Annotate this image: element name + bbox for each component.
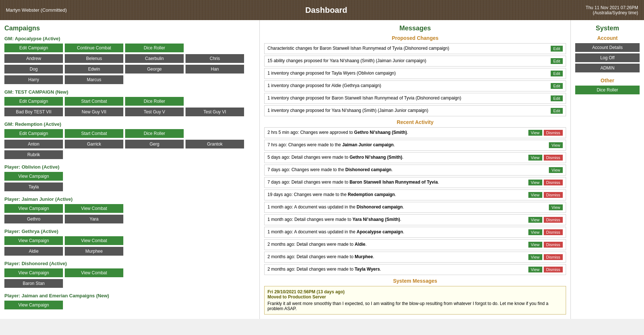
campaign-section-0: GM: Apocalypse (Active)Edit CampaignCont… bbox=[4, 36, 255, 84]
campaign-5-btn-1[interactable]: View Combat bbox=[65, 236, 123, 245]
campaign-section-6: Player: Dishonored (Active)View Campaign… bbox=[4, 261, 255, 288]
recent-activity-8-action-1[interactable]: Dismiss bbox=[544, 229, 563, 235]
character-5-1[interactable]: Murphee bbox=[65, 247, 123, 256]
campaign-section-3: Player: Oblivion (Active)View CampaignTa… bbox=[4, 164, 255, 191]
recent-activity-0: 2 hrs 5 min ago: Changes were approved t… bbox=[264, 127, 566, 138]
campaign-header-3: Player: Oblivion (Active) bbox=[4, 164, 255, 170]
character-4-1[interactable]: Yara bbox=[65, 215, 123, 223]
character-2-3[interactable]: Grantok bbox=[186, 140, 244, 148]
character-1-2[interactable]: Test Guy V bbox=[125, 108, 184, 116]
recent-activity-text-6: 1 month ago: A document was updated in t… bbox=[267, 204, 547, 210]
character-0-0[interactable]: Andrew bbox=[4, 54, 63, 63]
proposed-change-1-action-0[interactable]: Edit bbox=[551, 58, 563, 64]
campaign-6-btn-0[interactable]: View Campaign bbox=[4, 268, 63, 277]
recent-activity-5-action-1[interactable]: Dismiss bbox=[544, 192, 563, 198]
system-account-btn-1[interactable]: Log Off bbox=[575, 53, 640, 62]
campaign-section-1: GM: TEST CAMPAIGN (New)Edit CampaignStar… bbox=[4, 89, 255, 116]
recent-activity-text-5: 19 days ago: Changes were made to the Re… bbox=[267, 192, 527, 197]
character-0-6[interactable]: George bbox=[125, 65, 184, 74]
recent-activity-4-action-1[interactable]: Dismiss bbox=[544, 180, 563, 185]
recent-activity-11-action-0[interactable]: View bbox=[528, 267, 542, 272]
recent-activity-0-action-1[interactable]: Dismiss bbox=[544, 130, 563, 136]
campaign-4-btn-1[interactable]: View Combat bbox=[65, 204, 123, 213]
character-5-0[interactable]: Aldie bbox=[4, 247, 63, 256]
campaign-header-5: Player: Gethrya (Active) bbox=[4, 229, 255, 234]
campaign-6-btn-1[interactable]: View Combat bbox=[65, 268, 123, 277]
character-6-0[interactable]: Baron Stan bbox=[4, 279, 63, 288]
campaign-0-btn-0[interactable]: Edit Campaign bbox=[4, 44, 63, 52]
recent-activity-10-action-1[interactable]: Dismiss bbox=[544, 254, 563, 260]
character-0-5[interactable]: Edwin bbox=[65, 65, 123, 74]
character-1-1[interactable]: New Guy VII bbox=[65, 108, 123, 116]
recent-activity-10-action-0[interactable]: View bbox=[528, 254, 542, 260]
character-1-3[interactable]: Test Guy VI bbox=[186, 108, 244, 116]
character-2-4[interactable]: Rubrik bbox=[4, 150, 63, 159]
character-2-1[interactable]: Garrick bbox=[65, 140, 123, 148]
character-0-8[interactable]: Harry bbox=[4, 75, 63, 84]
header-user: Martyn Webster (Committed) bbox=[6, 7, 67, 13]
system-account-btn-2[interactable]: ADMIN bbox=[575, 64, 640, 72]
recent-activity-3-action-0[interactable]: View bbox=[549, 167, 563, 173]
proposed-change-2-action-0[interactable]: Edit bbox=[551, 71, 563, 76]
recent-activity-8-action-0[interactable]: View bbox=[528, 229, 542, 235]
recent-activity-0-action-0[interactable]: View bbox=[528, 130, 542, 136]
character-3-0[interactable]: Tayla bbox=[4, 182, 63, 191]
recent-activity-text-0: 2 hrs 5 min ago: Changes were approved t… bbox=[267, 130, 527, 135]
campaign-section-2: GM: Redemption (Active)Edit CampaignStar… bbox=[4, 121, 255, 159]
character-0-4[interactable]: Dog bbox=[4, 65, 63, 74]
character-0-1[interactable]: Belenus bbox=[65, 54, 123, 63]
campaign-1-btn-0[interactable]: Edit Campaign bbox=[4, 97, 63, 106]
character-2-0[interactable]: Anton bbox=[4, 140, 63, 148]
recent-activity-7-action-0[interactable]: View bbox=[528, 217, 542, 223]
proposed-change-5-action-0[interactable]: Edit bbox=[551, 108, 563, 114]
campaign-2-btn-2[interactable]: Dice Roller bbox=[125, 129, 184, 138]
campaign-2-btn-0[interactable]: Edit Campaign bbox=[4, 129, 63, 138]
character-4-0[interactable]: Gethro bbox=[4, 215, 63, 223]
campaign-7-btn-0[interactable]: View Campaign bbox=[4, 301, 63, 309]
recent-activity-9-action-0[interactable]: View bbox=[528, 242, 542, 248]
recent-activity-2-action-0[interactable]: View bbox=[528, 155, 542, 161]
campaign-header-7: Player: Jaiman and Emerian Campaigns (Ne… bbox=[4, 293, 255, 298]
character-2-2[interactable]: Gerg bbox=[125, 140, 184, 148]
character-0-2[interactable]: Caerbulin bbox=[125, 54, 184, 63]
recent-activity-11-action-1[interactable]: Dismiss bbox=[544, 267, 563, 272]
campaign-btn-row-1: Edit CampaignStart CombatDice Roller bbox=[4, 97, 255, 106]
campaign-section-7: Player: Jaiman and Emerian Campaigns (Ne… bbox=[4, 293, 255, 309]
recent-activity-5-action-0[interactable]: View bbox=[528, 192, 542, 198]
chars-row-0-8: HarryMarcus bbox=[4, 75, 255, 84]
recent-activity-1-action-0[interactable]: View bbox=[549, 142, 563, 148]
proposed-change-5: 1 inventory change proposed for Yara Ni'… bbox=[264, 105, 566, 116]
proposed-change-4-action-0[interactable]: Edit bbox=[551, 95, 563, 101]
system-account-btn-0[interactable]: Account Details bbox=[575, 43, 640, 52]
proposed-change-0-action-0[interactable]: Edit bbox=[551, 46, 563, 52]
campaign-4-btn-0[interactable]: View Campaign bbox=[4, 204, 63, 213]
campaign-2-btn-1[interactable]: Start Combat bbox=[65, 129, 123, 138]
character-0-3[interactable]: Chris bbox=[186, 54, 244, 63]
campaign-1-btn-2[interactable]: Dice Roller bbox=[125, 97, 184, 106]
character-0-9[interactable]: Marcus bbox=[65, 75, 123, 84]
recent-activity-4-action-0[interactable]: View bbox=[528, 180, 542, 185]
recent-activity-6-action-0[interactable]: View bbox=[549, 204, 563, 210]
character-1-0[interactable]: Bad Boy TEST VII bbox=[4, 108, 63, 116]
campaign-0-btn-1[interactable]: Continue Combat bbox=[65, 44, 123, 52]
campaigns-panel: Campaigns GM: Apocalypse (Active)Edit Ca… bbox=[0, 20, 260, 319]
recent-activity-7-action-1[interactable]: Dismiss bbox=[544, 217, 563, 223]
header-title: Dashboard bbox=[305, 5, 347, 15]
campaign-1-btn-1[interactable]: Start Combat bbox=[65, 97, 123, 106]
system-messages-subtitle: System Messages bbox=[264, 278, 566, 284]
character-0-7[interactable]: Han bbox=[186, 65, 244, 74]
recent-activity-2-action-1[interactable]: Dismiss bbox=[544, 155, 563, 161]
campaign-btn-row-5: View CampaignView Combat bbox=[4, 236, 255, 245]
recent-activity-9-action-1[interactable]: Dismiss bbox=[544, 242, 563, 248]
proposed-change-1: 15 ability changes proposed for Yara Ni'… bbox=[264, 56, 566, 67]
system-other-btn-0[interactable]: Dice Roller bbox=[575, 86, 640, 94]
campaign-3-btn-0[interactable]: View Campaign bbox=[4, 172, 63, 181]
header-datetime: Thu 11 Nov 2021 07:26PM (Australia/Sydne… bbox=[586, 5, 638, 15]
proposed-change-text-5: 1 inventory change proposed for Yara Ni'… bbox=[267, 108, 549, 113]
recent-activity-text-11: 2 months ago: Detail changes were made t… bbox=[267, 267, 527, 272]
proposed-change-3-action-0[interactable]: Edit bbox=[551, 83, 563, 89]
campaign-5-btn-0[interactable]: View Campaign bbox=[4, 236, 63, 245]
campaign-0-btn-2[interactable]: Dice Roller bbox=[125, 44, 184, 52]
campaign-btn-row-4: View CampaignView Combat bbox=[4, 204, 255, 213]
system-message-date-0: Fri 29/10/2021 02:56PM (13 days ago) bbox=[267, 289, 563, 294]
